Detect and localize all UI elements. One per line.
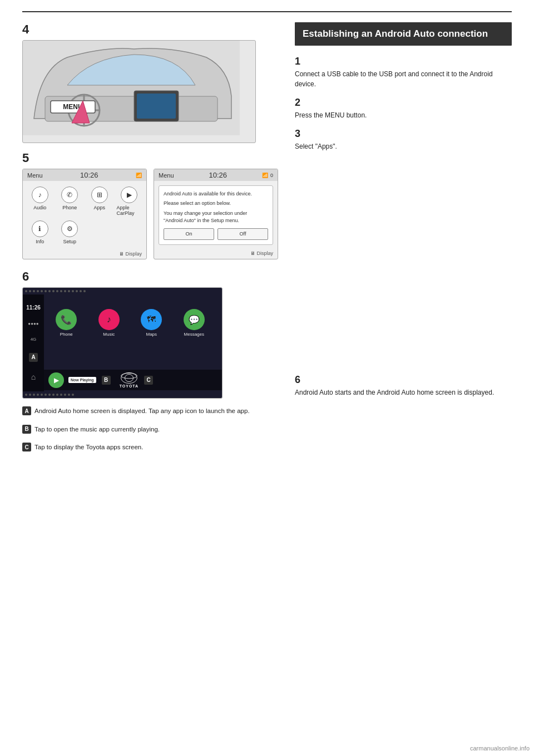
dot bbox=[72, 394, 74, 396]
messages-app-label: Messages bbox=[184, 332, 204, 337]
dot bbox=[83, 290, 86, 292]
dot bbox=[41, 290, 43, 292]
menu-item-carplay[interactable]: ▶ Apple CarPlay bbox=[117, 186, 142, 216]
dialog-line1: Android Auto is available for this devic… bbox=[164, 190, 268, 198]
carplay-icon: ▶ bbox=[121, 186, 137, 203]
dot bbox=[60, 290, 62, 292]
watermark: carmanualsonline.info bbox=[470, 745, 530, 752]
dotted-border-top bbox=[23, 288, 222, 294]
signal-bars: ●●●● bbox=[28, 321, 38, 326]
step-6-note-num: 6 bbox=[295, 374, 512, 386]
android-apps-row: 📞 Phone ♪ Music 🗺 Maps bbox=[45, 309, 215, 337]
menu-screen-header: Menu 10:26 📶 bbox=[23, 169, 146, 181]
step-2-number: 2 bbox=[295, 97, 512, 109]
badge-a-pos: A bbox=[29, 353, 38, 362]
app-messages[interactable]: 💬 Messages bbox=[184, 309, 205, 337]
music-app-label: Music bbox=[103, 332, 115, 337]
dot bbox=[33, 394, 35, 396]
apps-label: Apps bbox=[93, 205, 105, 210]
phone-app-label: Phone bbox=[60, 332, 73, 337]
badge-c-text: Tap to display the Toyota apps screen. bbox=[34, 443, 143, 452]
display-icon: 🖥 bbox=[119, 251, 124, 257]
now-playing-badge: Now Playing bbox=[68, 377, 96, 383]
menu-item-audio[interactable]: ♪ Audio bbox=[27, 186, 53, 216]
dialog-off-button[interactable]: Off bbox=[217, 228, 268, 240]
top-rule bbox=[22, 11, 512, 12]
4g-label: 4G bbox=[31, 337, 37, 342]
info-label: Info bbox=[36, 239, 44, 244]
play-button[interactable]: ▶ bbox=[48, 372, 64, 388]
dot bbox=[52, 290, 55, 292]
right-column: Establishing an Android Auto connection … bbox=[295, 22, 512, 405]
svg-point-15 bbox=[121, 373, 137, 379]
carplay-label: Apple CarPlay bbox=[117, 205, 142, 216]
menu-screen-label: Menu bbox=[27, 172, 43, 179]
dot bbox=[76, 290, 78, 292]
dot bbox=[44, 394, 47, 396]
setup-icon: ⚙ bbox=[61, 220, 78, 237]
dialog-on-button[interactable]: On bbox=[164, 228, 214, 240]
step-4-number: 4 bbox=[22, 22, 278, 37]
menu-item-apps[interactable]: ⊞ Apps bbox=[87, 186, 112, 216]
dot bbox=[37, 394, 39, 396]
dot bbox=[68, 290, 70, 292]
badge-a: A bbox=[29, 353, 38, 362]
music-app-icon: ♪ bbox=[98, 309, 120, 330]
badge-b: B bbox=[102, 376, 111, 385]
dotted-border-bottom bbox=[23, 391, 222, 398]
menu-screen: Menu 10:26 📶 ♪ Audio bbox=[22, 169, 147, 259]
dot bbox=[25, 394, 27, 396]
toyota-logo-container[interactable]: TOYOTA bbox=[120, 372, 139, 388]
android-bottom-bar: ▶ Now Playing B bbox=[44, 370, 222, 390]
android-time-side: 11:26 bbox=[26, 305, 41, 311]
info-icon: ℹ bbox=[32, 220, 48, 237]
step-1-number: 1 bbox=[295, 56, 512, 67]
menu-display-label: 🖥 Display bbox=[23, 250, 146, 259]
toyota-logo-svg bbox=[121, 372, 137, 384]
menu-item-setup[interactable]: ⚙ Setup bbox=[57, 220, 83, 244]
step-6-number: 6 bbox=[22, 269, 278, 284]
audio-label: Audio bbox=[33, 205, 46, 210]
badge-a-ref: A bbox=[22, 406, 31, 415]
section-5: 5 Menu 10:26 📶 ♪ bbox=[22, 151, 278, 259]
setup-label: Setup bbox=[63, 239, 76, 244]
dialog-display-label: 🖥 Display bbox=[154, 249, 278, 258]
android-auto-screen: 11:26 ●●●● 4G A ⌂ 📞 Phon bbox=[22, 287, 222, 399]
dot bbox=[29, 394, 31, 396]
android-screen-inner: 11:26 ●●●● 4G A ⌂ 📞 Phon bbox=[23, 288, 222, 398]
dot bbox=[44, 290, 47, 292]
dialog-line3: You may change your selection under bbox=[164, 210, 268, 217]
menu-image-box: MENU bbox=[22, 40, 256, 143]
maps-app-label: Maps bbox=[146, 332, 157, 337]
badge-b-text: Tap to open the music app currently play… bbox=[34, 425, 160, 434]
dot bbox=[48, 290, 51, 292]
dialog-line2: Please select an option below. bbox=[164, 200, 268, 207]
step-3-number: 3 bbox=[295, 128, 512, 140]
left-column: 4 bbox=[22, 22, 278, 456]
dot bbox=[56, 290, 58, 292]
section-6: 6 11:26 ●●●● 4G A bbox=[22, 269, 278, 399]
dialog-menu-label: Menu bbox=[159, 172, 174, 179]
app-music[interactable]: ♪ Music bbox=[98, 309, 120, 337]
right-step-3: 3 Select "Apps". bbox=[295, 128, 512, 151]
menu-grid: ♪ Audio ✆ Phone ⊞ Apps bbox=[23, 181, 146, 250]
badge-b-ref: B bbox=[22, 425, 31, 434]
step-3-text: Select "Apps". bbox=[295, 141, 512, 151]
menu-item-phone[interactable]: ✆ Phone bbox=[57, 186, 83, 216]
signal-icon: 📶 bbox=[136, 173, 142, 178]
dot bbox=[56, 394, 58, 396]
dot bbox=[29, 290, 31, 292]
dot bbox=[68, 394, 70, 396]
dot bbox=[25, 290, 27, 292]
phone-app-icon: 📞 bbox=[56, 309, 77, 330]
apps-icon: ⊞ bbox=[91, 186, 108, 203]
menu-item-info[interactable]: ℹ Info bbox=[27, 220, 53, 244]
toyota-text: TOYOTA bbox=[120, 384, 139, 388]
home-icon-side[interactable]: ⌂ bbox=[31, 372, 36, 381]
dialog-buttons-row: On Off bbox=[164, 228, 268, 240]
dialog-screen: Menu 10:26 📶 0 Android Auto is available… bbox=[154, 169, 278, 259]
dot bbox=[72, 290, 74, 292]
car-interior-svg: MENU bbox=[23, 41, 240, 135]
app-maps[interactable]: 🗺 Maps bbox=[141, 309, 162, 337]
app-phone[interactable]: 📞 Phone bbox=[56, 309, 77, 337]
